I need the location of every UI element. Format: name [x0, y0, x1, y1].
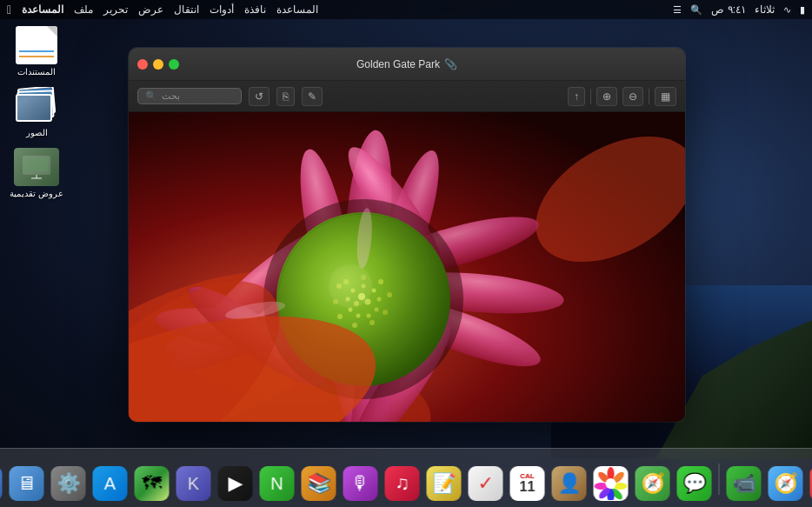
dock-item-reminders[interactable]: ✓ [466, 464, 506, 504]
menu-window[interactable]: نافذة [244, 3, 266, 16]
dock-item-podcasts[interactable]: 🎙 [341, 464, 381, 504]
numbers-icon: N [260, 466, 295, 501]
menu-move[interactable]: انتقال [174, 3, 199, 16]
desktop:  المساعدة ملف تحرير عرض انتقال أدوات نا… [0, 0, 812, 507]
photos-app-icon [594, 466, 629, 501]
zoom-out-button[interactable]: ⊖ [622, 87, 643, 106]
menu-search-icon[interactable]: 🔍 [690, 4, 702, 16]
toolbar-separator [590, 89, 591, 104]
menubar:  المساعدة ملف تحرير عرض انتقال أدوات نا… [0, 0, 812, 19]
desktop-icons: المستندات الصور [7, 26, 66, 198]
menubar-right: ☰ 🔍 ٩:٤١ ص ثلاثاء ∿ ▮ [673, 3, 805, 16]
dock-item-finder[interactable] [0, 464, 5, 504]
dock-item-calendar[interactable]: CAL 11 [508, 464, 548, 504]
menu-edit[interactable]: تحرير [103, 3, 128, 16]
sidebar-toggle-button[interactable]: ▦ [655, 87, 676, 106]
books-icon: 📚 [302, 466, 336, 501]
photos-stack-img [14, 87, 59, 125]
window-controls [137, 59, 179, 70]
desktop-icon-photos[interactable]: الصور [7, 87, 66, 137]
dock-item-notes[interactable]: 📝 [424, 464, 464, 504]
menu-view[interactable]: عرض [138, 3, 163, 16]
svg-point-42 [367, 314, 371, 318]
preview-window: Golden Gate Park 📎 🔍 بحث ↺ ⎘ ✎ ↑ ⊕ ⊖ ▦ [129, 48, 685, 422]
maps2-icon: 🧭 [636, 466, 670, 501]
reminders-icon: ✓ [469, 466, 503, 501]
menu-wifi-icon[interactable]: ∿ [783, 4, 791, 16]
dock-item-safari[interactable]: 🧭 [766, 464, 806, 504]
apple-tv-icon: ▶ [218, 466, 253, 501]
menu-app[interactable]: المساعدة [22, 3, 63, 16]
documents-label: المستندات [17, 67, 56, 77]
svg-point-44 [349, 308, 353, 312]
system-prefs-icon: ⚙️ [51, 466, 86, 501]
svg-point-32 [369, 320, 375, 325]
svg-point-66 [606, 478, 616, 489]
dock-item-numbers[interactable]: N [257, 464, 297, 504]
menu-file[interactable]: ملف [74, 3, 93, 16]
menu-tools[interactable]: أدوات [210, 3, 234, 16]
dock-item-maps[interactable]: 🗺 [132, 464, 172, 504]
search-placeholder: بحث [162, 90, 180, 102]
dock-item-photos[interactable] [591, 464, 631, 504]
dock-item-apple-tv[interactable]: ▶ [216, 464, 256, 504]
window-minimize-button[interactable] [153, 59, 163, 70]
flower-background [129, 112, 685, 422]
dock-item-books[interactable]: 📚 [299, 464, 339, 504]
dock-item-system-prefs[interactable]: ⚙️ [49, 464, 89, 504]
document-icon [16, 26, 57, 64]
toolbar-separator-2 [649, 89, 649, 104]
toolbar-right: ↑ ⊕ ⊖ ▦ [568, 87, 676, 106]
dock-item-keynote[interactable]: K [174, 464, 214, 504]
menu-battery-icon[interactable]: ▮ [800, 4, 805, 16]
dock-item-app-store[interactable]: A [90, 464, 130, 504]
menu-day: ثلاثاء [755, 3, 775, 16]
presentations-svg [21, 154, 52, 180]
markup-tool-button[interactable]: ✎ [302, 87, 323, 106]
dock-item-maps2[interactable]: 🧭 [633, 464, 673, 504]
svg-rect-1 [25, 158, 48, 171]
search-icon: 🔍 [145, 90, 157, 102]
podcasts-icon: 🎙 [343, 466, 378, 501]
apple-menu[interactable]:  [7, 3, 11, 17]
maps-icon: 🗺 [135, 466, 170, 501]
desktop-icon-presentations[interactable]: عروض تقديمية [7, 148, 66, 198]
svg-point-39 [372, 289, 376, 293]
search-bar[interactable]: 🔍 بحث [137, 88, 242, 104]
dock-item-music[interactable]: ♫ [383, 464, 423, 504]
notes-icon: 📝 [427, 466, 462, 501]
svg-point-31 [383, 310, 388, 315]
svg-point-49 [329, 264, 372, 308]
dock-item-launchpad[interactable]: 🚀 [808, 464, 813, 504]
menubar-left:  المساعدة ملف تحرير عرض انتقال أدوات نا… [7, 3, 318, 17]
doc-stripe-orange [19, 56, 54, 57]
window-maximize-button[interactable] [169, 59, 179, 70]
desktop-icon-documents[interactable]: المستندات [7, 26, 66, 77]
messages-icon: 💬 [677, 466, 712, 501]
dock-item-contacts[interactable]: 👤 [549, 464, 589, 504]
dock-item-facetime[interactable]: 📹 [724, 464, 764, 504]
window-title-icon: 📎 [444, 58, 457, 70]
photos-stack [14, 87, 59, 125]
screen-time-icon: 🖥 [10, 466, 44, 501]
rotate-tool-button[interactable]: ↺ [249, 87, 270, 106]
menu-time: ٩:٤١ ص [711, 3, 746, 16]
window-close-button[interactable] [137, 59, 148, 70]
finder-icon [0, 466, 3, 501]
calendar-icon: CAL 11 [510, 466, 545, 501]
svg-point-40 [377, 297, 382, 302]
presentations-icon-img [14, 148, 59, 186]
flower-image [129, 112, 685, 422]
window-title-text: Golden Gate Park [356, 58, 440, 70]
dock-item-messages[interactable]: 💬 [675, 464, 715, 504]
zoom-in-button[interactable]: ⊕ [596, 87, 617, 106]
share-button[interactable]: ↑ [568, 87, 585, 106]
crop-tool-button[interactable]: ⎘ [276, 87, 295, 106]
menu-notification-icon[interactable]: ☰ [673, 4, 682, 16]
window-content [129, 112, 685, 422]
music-icon: ♫ [385, 466, 420, 501]
documents-icon-img [14, 26, 59, 64]
dock-item-screen-time[interactable]: 🖥 [7, 464, 47, 504]
menu-help[interactable]: المساعدة [276, 3, 318, 16]
svg-point-29 [378, 279, 383, 284]
